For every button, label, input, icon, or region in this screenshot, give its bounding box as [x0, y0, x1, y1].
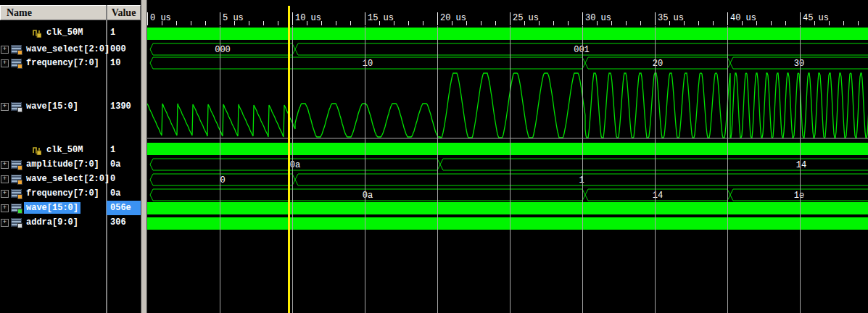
signal-name-label: wave[15:0] [24, 202, 80, 214]
signal-name-label: wave_select[2:0] [24, 43, 112, 55]
expand-plus-icon[interactable]: + [1, 59, 9, 67]
signal-value-cell[interactable]: 10 [107, 56, 141, 70]
waveform-viewer-window: Name Value clk_50M+wave_select[2:0]+freq… [0, 0, 868, 313]
value-column-header[interactable]: Value [107, 5, 141, 20]
signal-value-cell[interactable]: 0a [107, 157, 141, 172]
bus-value-label: 000 [215, 45, 231, 55]
timeline-label: 5 us [223, 13, 244, 23]
expand-plus-icon[interactable]: + [1, 190, 9, 198]
signal-type-badge-icon [17, 50, 22, 55]
bus-value-label: 0 [220, 175, 225, 185]
timeline-label: 40 us [730, 13, 756, 23]
expand-plus-icon[interactable]: + [1, 161, 9, 169]
signal-type-badge-icon [17, 107, 22, 112]
signal-value-text: 1390 [107, 101, 131, 112]
bus-value-label: 14 [796, 160, 806, 170]
signal-value-text: 056e [107, 202, 131, 214]
time-cursor[interactable] [288, 6, 290, 313]
signal-name-label: wave[15:0] [24, 101, 80, 112]
signal-name-label: frequency[7:0] [24, 188, 102, 199]
panel-splitter[interactable] [141, 0, 147, 313]
signal-name-label: addra[9:0] [24, 217, 80, 228]
waveform-area[interactable]: 0000011020300a14010a141e0 us5 us10 us15 … [147, 0, 868, 313]
clock-bar-waveform [147, 143, 868, 155]
clock-signal-icon [33, 146, 41, 155]
signal-value-text: 1 [107, 27, 115, 38]
bus-signal-icon [11, 45, 22, 54]
signal-name-label: wave_select[2:0] [24, 173, 112, 185]
wave-layer: 0000011020300a14010a141e [147, 26, 868, 313]
name-column-header[interactable]: Name [0, 5, 107, 20]
clock-bar-waveform [147, 28, 868, 40]
signal-value-text: 1 [107, 144, 115, 156]
timeline-label: 35 us [658, 13, 684, 23]
timeline-label: 20 us [440, 13, 466, 23]
signal-value-text: 0a [107, 159, 120, 170]
bus-value-label: 10 [363, 59, 373, 69]
signal-type-badge-icon [17, 194, 22, 199]
signal-value-cell[interactable]: 306 [107, 215, 141, 230]
expand-plus-icon[interactable]: + [1, 219, 9, 227]
signal-name-label: clk_50M [44, 144, 85, 156]
signal-value-cell[interactable]: 0 [107, 172, 141, 186]
signal-value-text: 000 [107, 43, 126, 55]
signal-value-text: 10 [107, 57, 120, 69]
signal-value-text: 306 [107, 217, 126, 228]
bus-value-label: 1 [579, 175, 584, 185]
signal-name-label: amplitude[7:0] [24, 159, 102, 170]
signal-type-badge-icon [17, 165, 22, 170]
clock-bar-waveform [147, 217, 868, 230]
expand-plus-icon[interactable]: + [1, 103, 9, 111]
bus-signal-icon [11, 59, 22, 67]
signal-value-cell[interactable]: 1 [107, 25, 141, 40]
signal-type-badge-icon [17, 64, 22, 69]
signal-value-cell[interactable]: 1390 [107, 99, 141, 114]
waveform-canvas[interactable]: 0000011020300a14010a141e0 us5 us10 us15 … [147, 0, 868, 313]
signal-type-badge-icon [17, 209, 22, 214]
analog-waveform [147, 73, 868, 138]
bus-signal-icon [11, 218, 22, 227]
signal-value-text: 0 [107, 173, 115, 185]
bus-signal-icon [11, 189, 22, 198]
bus-signal-icon [11, 204, 22, 212]
signal-type-badge-icon [17, 180, 22, 185]
signal-name-label: frequency[7:0] [24, 57, 102, 69]
clock-signal-icon [33, 28, 41, 38]
bus-value-label: 20 [653, 59, 663, 69]
expand-plus-icon[interactable]: + [1, 204, 9, 212]
clock-bar-waveform [147, 202, 868, 214]
signal-value-cell[interactable]: 0a [107, 186, 141, 201]
signal-value-cell[interactable]: 000 [107, 42, 141, 57]
timeline-label: 15 us [368, 13, 394, 23]
timeline-label: 0 us [150, 13, 171, 23]
signal-value-text: 0a [107, 188, 120, 199]
bus-value-label: 001 [574, 45, 590, 55]
bus-signal-icon [11, 160, 22, 169]
timeline-label: 10 us [295, 13, 321, 23]
signal-list-panel: Name Value clk_50M+wave_select[2:0]+freq… [0, 0, 147, 313]
expand-plus-icon[interactable]: + [1, 46, 9, 54]
bus-value-label: 0a [290, 160, 300, 170]
timeline-label: 30 us [585, 13, 611, 23]
signal-value-cell[interactable]: 1 [107, 143, 141, 157]
bus-value-label: 1e [794, 191, 804, 201]
timeline-label: 45 us [803, 13, 829, 23]
bus-signal-icon [11, 175, 22, 183]
signal-value-cell[interactable]: 056e [107, 201, 141, 215]
bus-signal-icon [11, 102, 22, 111]
bus-value-label: 0a [363, 191, 373, 201]
bus-value-label: 30 [794, 59, 804, 69]
bus-value-label: 14 [653, 191, 663, 201]
signal-type-badge-icon [17, 223, 22, 228]
timeline-label: 25 us [513, 13, 539, 23]
signal-name-label: clk_50M [44, 27, 85, 38]
expand-plus-icon[interactable]: + [1, 175, 9, 183]
